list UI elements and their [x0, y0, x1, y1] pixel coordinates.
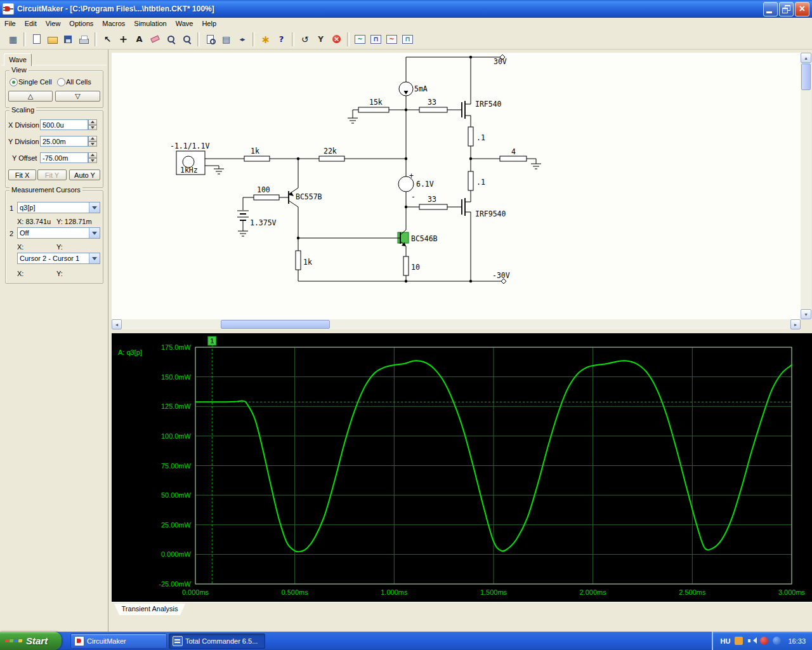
print-button[interactable] — [76, 32, 92, 47]
fit-y-button: Fit Y — [37, 169, 67, 180]
y-division-input[interactable]: 25.00m — [40, 136, 88, 147]
spin-down-icon[interactable] — [88, 125, 97, 131]
menu-item[interactable]: Options — [65, 18, 98, 29]
cursor1-index: 1 — [10, 204, 13, 212]
open-button[interactable] — [44, 32, 60, 47]
schematic-horizontal-scrollbar[interactable]: ◂ ▸ — [112, 319, 801, 329]
scroll-left-icon[interactable]: ◂ — [112, 319, 122, 329]
all-cells-radio[interactable] — [57, 78, 65, 86]
wire-tool-icon — [118, 34, 129, 44]
probe-button[interactable] — [313, 32, 329, 47]
chevron-down-icon[interactable] — [89, 202, 100, 213]
close-button[interactable] — [795, 2, 809, 17]
svg-text:5mA: 5mA — [414, 84, 428, 93]
svg-text:1.500ms: 1.500ms — [480, 588, 508, 596]
help-button[interactable] — [273, 32, 289, 47]
spin-up-icon[interactable] — [88, 119, 97, 125]
pointer-tool-button[interactable] — [100, 32, 115, 47]
chevron-down-icon[interactable] — [89, 228, 100, 238]
svg-text:30V: 30V — [494, 57, 507, 66]
taskbar-task-circuitmaker[interactable]: CircuitMaker — [70, 633, 167, 649]
y-offset-input[interactable]: -75.00m — [40, 152, 88, 163]
scroll-up-icon[interactable]: ▴ — [801, 53, 811, 63]
horizontal-scroll-thumb[interactable] — [221, 320, 330, 329]
vertical-scroll-thumb[interactable] — [801, 63, 811, 90]
save-button[interactable] — [60, 32, 76, 47]
x-division-spinner[interactable] — [88, 119, 97, 130]
text-tool-button[interactable] — [131, 32, 147, 47]
menu-item[interactable]: Help — [197, 18, 221, 29]
zoom-in-tool-button[interactable] — [163, 32, 179, 47]
single-cell-radio[interactable] — [10, 78, 18, 86]
cursor2-source-select[interactable]: Off — [17, 227, 100, 239]
delete-tool-button[interactable] — [147, 32, 163, 47]
spin-up-icon[interactable] — [88, 136, 97, 142]
svg-text:125.0mW: 125.0mW — [161, 402, 192, 410]
toolbar-separator — [197, 32, 200, 46]
minimize-button[interactable] — [763, 2, 778, 17]
taskbar-task-totalcommander[interactable]: Total Commander 6.5... — [169, 633, 265, 649]
waveform-plot[interactable]: A: q3[p] 175.0mW150.0mW125.0mW100.0mW75.… — [112, 333, 812, 602]
toolbar-separator — [252, 32, 255, 46]
taskbar-tasks: CircuitMakerTotal Commander 6.5... — [70, 633, 712, 649]
start-button[interactable]: Start — [0, 632, 62, 650]
menu-item[interactable]: View — [41, 18, 65, 29]
wire-tool-button[interactable] — [115, 32, 131, 47]
volume-icon[interactable] — [747, 637, 756, 645]
auto-y-button[interactable]: Auto Y — [69, 169, 100, 180]
y-offset-spinner[interactable] — [88, 152, 97, 163]
simulation-wizard-button[interactable] — [258, 32, 273, 47]
cell-down-button[interactable]: ▽ — [55, 91, 100, 102]
stop-simulation-button[interactable] — [329, 32, 344, 47]
totalcommander-icon — [173, 636, 183, 646]
language-indicator[interactable]: HU — [721, 637, 731, 645]
svg-text:4: 4 — [511, 147, 516, 156]
spin-down-icon[interactable] — [88, 158, 97, 164]
svg-text:IRF540: IRF540 — [475, 100, 502, 109]
menu-item[interactable]: Edit — [20, 18, 41, 29]
schematic-canvas[interactable]: 30V5mA15k33IRF540.14.133IRF9540+6.1V-BC5… — [112, 53, 801, 319]
cell-up-button[interactable]: △ — [8, 91, 53, 102]
spin-down-icon[interactable] — [88, 142, 97, 147]
split-view-button[interactable] — [234, 32, 250, 47]
fit-x-button[interactable]: Fit X — [8, 169, 36, 180]
clock[interactable]: 16:33 — [788, 637, 806, 645]
spin-up-icon[interactable] — [88, 152, 97, 158]
tray-icon-blue[interactable] — [773, 637, 781, 645]
split-view-icon — [237, 34, 247, 44]
x-division-input[interactable]: 500.0u — [40, 119, 88, 130]
menu-item[interactable]: Simulation — [129, 18, 171, 29]
delete-tool-icon — [150, 34, 160, 44]
sheet-view-button[interactable] — [218, 32, 234, 47]
menu-item[interactable]: Wave — [171, 18, 198, 29]
scope-b-button[interactable] — [368, 32, 384, 47]
scope-d-button[interactable] — [400, 32, 416, 47]
tab-transient-analysis[interactable]: Transient Analysis — [114, 604, 185, 615]
start-label: Start — [26, 635, 48, 646]
taskbar: Start CircuitMakerTotal Commander 6.5...… — [0, 632, 812, 650]
digital-mode-button[interactable] — [5, 32, 21, 47]
tray-icon-shield[interactable] — [735, 637, 743, 645]
digital-mode-icon — [8, 34, 18, 44]
schematic-vertical-scrollbar[interactable]: ▴ ▾ — [801, 53, 811, 319]
zoom-tool-button[interactable] — [179, 32, 195, 47]
new-button[interactable] — [29, 32, 44, 47]
svg-text:75.00mW: 75.00mW — [161, 462, 192, 470]
scroll-right-icon[interactable]: ▸ — [790, 319, 801, 329]
scroll-down-icon[interactable]: ▾ — [801, 309, 811, 319]
cursor1-source-select[interactable]: q3[p] — [17, 202, 100, 213]
scope-c-button[interactable] — [384, 32, 400, 47]
tray-icon-red[interactable] — [760, 637, 768, 645]
cursor-diff-select[interactable]: Cursor 2 - Cursor 1 — [17, 253, 100, 264]
tab-wave[interactable]: Wave — [4, 53, 32, 66]
restore-button[interactable] — [779, 2, 794, 17]
junctions-and-arrows — [289, 56, 472, 282]
reset-button[interactable] — [297, 32, 313, 47]
svg-text:100.0mW: 100.0mW — [161, 432, 192, 440]
y-division-spinner[interactable] — [88, 136, 97, 147]
menu-item[interactable]: Macros — [98, 18, 129, 29]
menu-item[interactable]: File — [0, 18, 20, 29]
chevron-down-icon[interactable] — [89, 253, 100, 263]
scope-a-button[interactable] — [352, 32, 368, 47]
find-device-button[interactable] — [202, 32, 218, 47]
